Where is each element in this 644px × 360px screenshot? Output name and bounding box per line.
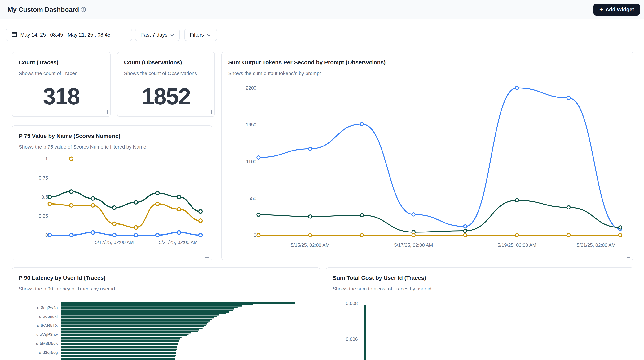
page-header: My Custom Dashboard + Add Widget — [0, 0, 644, 19]
point-marker — [48, 233, 52, 237]
bar — [61, 356, 176, 357]
y-axis-tick-label: 1100 — [246, 159, 256, 164]
resize-handle-icon[interactable] — [206, 254, 209, 257]
point-marker — [177, 231, 180, 234]
bar — [61, 347, 177, 348]
x-axis-tick-label: 5/17/25, 02:00 AM — [95, 240, 134, 245]
bar — [61, 311, 230, 312]
point-marker — [134, 200, 138, 204]
point-marker — [360, 234, 364, 237]
y-axis-tick-label: 2200 — [246, 85, 256, 91]
point-marker — [70, 233, 73, 237]
info-icon[interactable] — [80, 7, 86, 12]
y-axis-tick-label: 1650 — [246, 122, 256, 127]
y-axis-tick-label: 0.5 — [41, 194, 48, 200]
point-marker — [70, 204, 73, 207]
count-value: 1852 — [118, 83, 214, 110]
point-marker — [464, 225, 467, 228]
plus-icon: + — [599, 6, 603, 13]
filters-label: Filters — [190, 32, 204, 38]
widget-count-traces: Count (Traces) Shows the count of Traces… — [12, 52, 110, 117]
resize-handle-icon[interactable] — [208, 110, 212, 114]
point-marker — [70, 157, 73, 160]
calendar-icon — [11, 31, 18, 39]
y-axis-category-label: u-tFAR5TX — [37, 323, 58, 328]
point-marker — [308, 234, 312, 237]
point-marker — [177, 195, 180, 199]
widget-tokens-per-second: Sum Output Tokens Per Second by Prompt (… — [221, 52, 634, 260]
point-marker — [515, 199, 518, 202]
x-axis-tick-label: 5/19/25, 02:00 AM — [498, 242, 536, 248]
point-marker — [308, 215, 312, 218]
add-widget-button[interactable]: + Add Widget — [594, 4, 640, 16]
widget-title: Count (Observations) — [124, 59, 209, 66]
y-axis-tick-label: 550 — [248, 196, 256, 201]
page-title: My Custom Dashboard — [8, 6, 79, 14]
resize-handle-icon[interactable] — [626, 254, 630, 257]
y-axis-category-label: u-zVqP3hw — [36, 332, 58, 337]
point-marker — [91, 231, 94, 234]
line-series — [258, 200, 620, 232]
y-axis-tick-label: 0.008 — [346, 301, 358, 306]
bar — [61, 317, 214, 318]
point-marker — [567, 96, 570, 100]
x-axis-tick-label: 5/21/25, 02:00 AM — [159, 240, 198, 245]
bar — [61, 351, 176, 353]
point-marker — [156, 233, 159, 237]
y-axis-category-label: u-d3qr5cg — [39, 350, 58, 355]
bar — [61, 341, 178, 342]
point-marker — [91, 204, 94, 207]
bar-chart-svg: 0.0080.006 — [326, 268, 634, 360]
date-preset-dropdown[interactable]: Past 7 days — [135, 29, 180, 41]
bar — [61, 304, 253, 305]
bar — [61, 307, 238, 308]
line-chart-svg: 05501100165022005/15/25, 02:00 AM5/17/25… — [222, 52, 634, 260]
bar — [61, 328, 202, 329]
p75-line-chart[interactable]: 00.250.50.7515/17/25, 02:00 AM5/21/25, 0… — [12, 126, 212, 260]
point-marker — [199, 233, 202, 237]
bar — [61, 340, 180, 341]
filters-dropdown[interactable]: Filters — [184, 29, 217, 41]
x-axis-tick-label: 5/21/25, 02:00 AM — [577, 242, 616, 248]
point-marker — [48, 195, 52, 199]
bar — [61, 346, 177, 347]
cost-bar-chart[interactable]: 0.0080.006 — [326, 268, 634, 360]
point-marker — [360, 213, 364, 217]
y-axis-tick-label: 1 — [45, 156, 48, 161]
chevron-down-icon — [207, 32, 210, 38]
bar — [61, 332, 191, 333]
bar — [61, 305, 242, 306]
bar — [61, 316, 216, 317]
bar — [61, 320, 210, 321]
point-marker — [134, 233, 138, 237]
point-marker — [70, 190, 73, 193]
tokens-line-chart[interactable]: 05501100165022005/15/25, 02:00 AM5/17/25… — [222, 52, 634, 260]
point-marker — [156, 202, 159, 205]
bar — [61, 326, 204, 327]
bar — [61, 344, 178, 345]
y-axis-tick-label: 0.75 — [39, 175, 48, 181]
bar — [61, 334, 188, 335]
widget-title: Count (Traces) — [19, 59, 104, 66]
bar — [61, 359, 175, 360]
date-preset-value: Past 7 days — [140, 32, 168, 38]
y-axis-tick-label: 0 — [254, 232, 256, 238]
resize-handle-icon[interactable] — [104, 110, 108, 114]
bar — [61, 308, 234, 309]
point-marker — [113, 222, 116, 225]
line-chart-svg: 00.250.50.7515/17/25, 02:00 AM5/21/25, 0… — [12, 126, 212, 260]
point-marker — [257, 156, 260, 159]
bar — [61, 325, 206, 326]
point-marker — [567, 206, 570, 209]
y-axis-category-label: u-5M8D56k — [36, 341, 58, 346]
date-range-picker[interactable]: May 14, 25 : 08:45 - May 21, 25 : 08:45 — [6, 29, 132, 41]
point-marker — [199, 219, 202, 222]
p90-bar-chart[interactable]: u-8sq2w4au-aobnuxfu-tFAR5TXu-zVqP3hwu-5M… — [12, 268, 320, 360]
point-marker — [515, 234, 518, 237]
widget-p90-latency: P 90 Latency by User Id (Traces) Shows t… — [12, 267, 320, 360]
bar — [61, 350, 176, 351]
point-marker — [257, 213, 260, 216]
point-marker — [156, 191, 159, 195]
point-marker — [199, 210, 202, 213]
y-axis-tick-label: 0.006 — [346, 336, 358, 342]
